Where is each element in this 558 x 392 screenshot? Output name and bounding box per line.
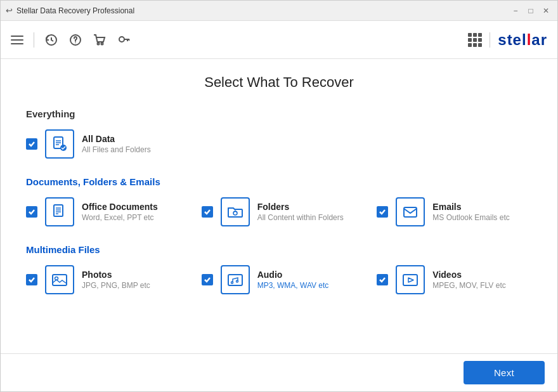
items-grid-documents: Office Documents Word, Excel, PPT etc (26, 197, 532, 226)
toolbar-divider (34, 32, 34, 48)
checkbox-office-docs[interactable] (26, 206, 37, 218)
stellar-logo: stellar (498, 31, 547, 49)
help-icon[interactable] (68, 33, 82, 47)
videos-text: Videos MPEG, MOV, FLV etc (432, 270, 505, 290)
photos-sublabel: JPG, PNG, BMP etc (82, 281, 150, 290)
section-title-documents: Documents, Folders & Emails (26, 176, 532, 187)
svg-point-25 (231, 282, 233, 284)
item-folders: Folders All Content within Folders (202, 197, 357, 226)
item-all-data: All Data All Files and Folders (26, 129, 532, 159)
videos-label: Videos (432, 270, 505, 280)
svg-rect-22 (53, 275, 67, 285)
checkbox-all-data (26, 138, 37, 150)
audio-label: Audio (257, 270, 329, 280)
emails-text: Emails MS Outlook Emails etc (432, 202, 509, 222)
main-content: Select What To Recover Everything (1, 59, 557, 353)
minimize-button[interactable]: − (509, 4, 522, 17)
toolbar-right: stellar (468, 31, 547, 49)
section-title-multimedia: Multimedia Files (26, 244, 532, 255)
svg-rect-24 (228, 275, 242, 285)
section-multimedia: Multimedia Files Photos (26, 244, 532, 294)
apps-icon[interactable] (468, 33, 482, 47)
key-icon[interactable] (117, 33, 131, 47)
back-icon: ↩ (6, 6, 13, 15)
videos-icon-box (396, 265, 425, 294)
toolbar-divider-2 (490, 32, 490, 48)
section-documents: Documents, Folders & Emails (26, 176, 532, 226)
emails-sublabel: MS Outlook Emails etc (432, 213, 509, 222)
toolbar: stellar (1, 21, 557, 59)
svg-rect-27 (403, 275, 417, 285)
maximize-button[interactable]: □ (524, 4, 537, 17)
checkbox-all-data-box[interactable] (26, 138, 37, 150)
audio-icon-box (221, 265, 250, 294)
svg-point-4 (101, 42, 103, 44)
svg-point-5 (119, 37, 124, 42)
svg-rect-14 (54, 205, 63, 216)
item-videos: Videos MPEG, MOV, FLV etc (377, 265, 532, 294)
checkbox-folders[interactable] (202, 206, 213, 218)
item-photos: Photos JPG, PNG, BMP etc (26, 265, 181, 294)
section-title-everything: Everything (26, 108, 532, 119)
footer: Next (1, 353, 557, 391)
folders-sublabel: All Content within Folders (257, 213, 344, 222)
photos-text: Photos JPG, PNG, BMP etc (82, 270, 150, 290)
office-docs-label: Office Documents (82, 202, 158, 212)
svg-rect-21 (404, 207, 417, 217)
all-data-sublabel: All Files and Folders (82, 145, 151, 154)
emails-label: Emails (432, 202, 509, 212)
logo-text: stellar (498, 31, 547, 49)
title-bar-controls: − □ ✕ (509, 4, 552, 17)
audio-text: Audio MP3, WMA, WAV etc (257, 270, 329, 290)
title-bar-title: Stellar Data Recovery Professional (16, 6, 134, 15)
item-office-docs: Office Documents Word, Excel, PPT etc (26, 197, 181, 226)
folders-label: Folders (257, 202, 344, 212)
photos-label: Photos (82, 270, 150, 280)
all-data-icon-box (45, 129, 74, 159)
items-grid-multimedia: Photos JPG, PNG, BMP etc (26, 265, 532, 294)
title-bar-left: ↩ Stellar Data Recovery Professional (6, 6, 134, 15)
page-title: Select What To Recover (26, 74, 532, 91)
checkbox-videos[interactable] (377, 274, 388, 285)
close-button[interactable]: ✕ (540, 4, 552, 17)
svg-marker-28 (408, 278, 413, 282)
checkbox-emails[interactable] (377, 206, 388, 218)
toolbar-left (11, 32, 131, 48)
checkbox-audio[interactable] (202, 274, 213, 285)
emails-icon-box (396, 197, 425, 226)
cart-icon[interactable] (93, 33, 107, 47)
history-icon[interactable] (44, 33, 58, 47)
all-data-text: All Data All Files and Folders (82, 134, 151, 154)
folders-text: Folders All Content within Folders (257, 202, 344, 222)
item-emails: Emails MS Outlook Emails etc (377, 197, 532, 226)
items-grid-everything: All Data All Files and Folders (26, 129, 532, 159)
item-audio: Audio MP3, WMA, WAV etc (202, 265, 357, 294)
svg-point-3 (98, 42, 100, 44)
all-data-label: All Data (82, 134, 151, 144)
photos-icon-box (45, 265, 74, 294)
title-bar: ↩ Stellar Data Recovery Professional − □… (1, 1, 557, 21)
audio-sublabel: MP3, WMA, WAV etc (257, 281, 329, 290)
svg-point-2 (75, 42, 76, 43)
office-docs-sublabel: Word, Excel, PPT etc (82, 213, 158, 222)
office-docs-text: Office Documents Word, Excel, PPT etc (82, 202, 158, 222)
office-docs-icon-box (45, 197, 74, 226)
checkbox-photos[interactable] (26, 274, 37, 285)
videos-sublabel: MPEG, MOV, FLV etc (432, 281, 505, 290)
menu-icon[interactable] (11, 36, 23, 44)
section-everything: Everything (26, 108, 532, 159)
folders-icon-box (221, 197, 250, 226)
svg-point-26 (236, 280, 238, 282)
next-button[interactable]: Next (464, 361, 545, 384)
